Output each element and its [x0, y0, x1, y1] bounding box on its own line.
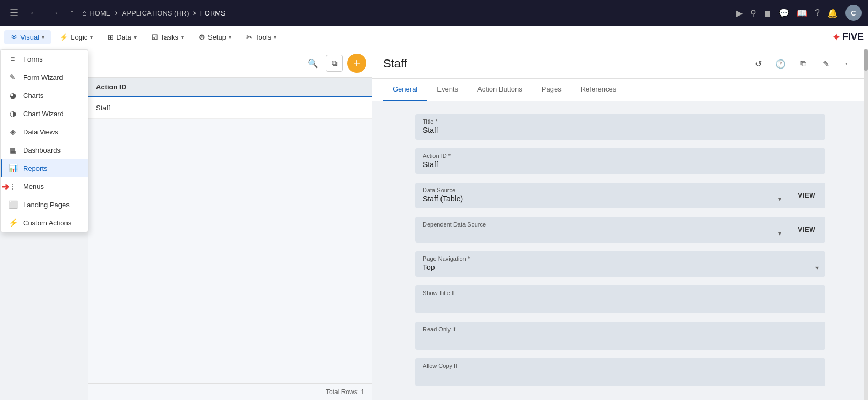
menu-item-custom-actions[interactable]: ⚡ Custom Actions [1, 214, 88, 232]
home-icon[interactable]: ⌂ [82, 9, 86, 17]
show-title-field[interactable]: Show Title If [415, 285, 825, 313]
menu-item-chart-wizard[interactable]: ◑ Chart Wizard [1, 104, 88, 123]
nav-logic[interactable]: ⚡ Logic ▾ [53, 30, 99, 44]
top-bar-right: ▶ ⚲ ◼ 💬 📖 ? 🔔 C [736, 5, 862, 21]
stop-icon[interactable]: ◼ [764, 8, 771, 18]
chevron-down-icon: ▾ [42, 34, 44, 40]
scroll-thumb[interactable] [864, 49, 868, 71]
dependent-data-source-row: Dependent Data Source ▾ VIEW [415, 217, 825, 243]
tab-general[interactable]: General [383, 79, 427, 101]
allow-copy-field[interactable]: Allow Copy If [415, 358, 825, 386]
read-only-label: Read Only If [423, 326, 818, 333]
data-source-view-button[interactable]: VIEW [788, 183, 825, 208]
list-toolbar: 🔍 ⧉ + [88, 49, 372, 78]
bell-icon[interactable]: 🔔 [827, 8, 838, 18]
custom-actions-icon: ⚡ [8, 218, 18, 227]
tab-references-label: References [581, 85, 616, 93]
data-source-field[interactable]: Data Source Staff (Table) ▾ [415, 183, 788, 208]
tab-pages[interactable]: Pages [532, 79, 571, 101]
menu-item-chart-wizard-label: Chart Wizard [23, 110, 64, 118]
logic-icon: ⚡ [59, 33, 68, 41]
detail-actions: ↺ 🕐 ⧉ ✎ ← [749, 55, 857, 73]
dashboards-icon: ▦ [8, 146, 18, 154]
chat-icon[interactable]: 💬 [779, 8, 789, 18]
list-item-value: Staff [96, 104, 110, 112]
nav-data[interactable]: ⊞ Data ▾ [101, 30, 143, 44]
history-button[interactable]: 🕐 [772, 55, 790, 73]
menu-item-reports[interactable]: 📊 Reports [1, 159, 88, 177]
close-detail-button[interactable]: ← [839, 55, 857, 73]
nav-visual[interactable]: 👁 Visual ▾ [4, 30, 51, 44]
data-source-dropdown-arrow: ▾ [778, 195, 781, 203]
avatar[interactable]: C [845, 5, 862, 21]
menu-item-dashboards[interactable]: ▦ Dashboards [1, 141, 88, 159]
page-navigation-dropdown-arrow: ▾ [815, 264, 819, 271]
help-icon[interactable]: ? [815, 8, 820, 18]
scroll-track[interactable] [864, 49, 868, 400]
menu-item-data-views[interactable]: ◈ Data Views [1, 123, 88, 141]
play-icon[interactable]: ▶ [736, 8, 743, 18]
menu-item-custom-actions-label: Custom Actions [23, 219, 71, 227]
menu-item-data-views-label: Data Views [23, 128, 58, 136]
nav-logic-label: Logic [71, 33, 87, 41]
search-icon[interactable]: ⚲ [750, 8, 757, 18]
books-icon[interactable]: 📖 [797, 8, 807, 18]
page-navigation-field[interactable]: Page Navigation * Top ▾ [415, 251, 825, 277]
up-button[interactable]: ↑ [66, 5, 78, 21]
tab-action-buttons[interactable]: Action Buttons [468, 79, 532, 101]
nav-tasks[interactable]: ☑ Tasks ▾ [145, 30, 190, 44]
landing-pages-icon: ⬜ [8, 200, 18, 209]
action-id-field[interactable]: Action ID * Staff [415, 148, 825, 174]
edit-button[interactable]: ✎ [817, 55, 835, 73]
list-item[interactable]: Staff [88, 97, 372, 119]
five-logo: ✦FIVE [832, 32, 864, 43]
title-field[interactable]: Title * Staff [415, 114, 825, 140]
duplicate-button[interactable]: ⧉ [794, 55, 812, 73]
chevron-down-icon-3: ▾ [134, 34, 137, 40]
menu-item-reports-label: Reports [23, 164, 48, 172]
nav-setup-label: Setup [208, 33, 226, 41]
gear-icon: ⚙ [199, 33, 205, 41]
forward-button[interactable]: → [46, 5, 62, 21]
right-panel: Staff ↺ 🕐 ⧉ ✎ ← General Events Action Bu… [372, 49, 868, 400]
menu-item-charts-label: Charts [23, 92, 43, 100]
menu-item-landing-pages[interactable]: ⬜ Landing Pages [1, 195, 88, 214]
total-rows: Total Rows: 1 [326, 388, 364, 396]
menu-item-forms[interactable]: ≡ Forms [1, 50, 88, 68]
menu-item-menus[interactable]: ⋮ Menus [1, 177, 88, 195]
form-wizard-icon: ✎ [8, 73, 18, 81]
logo-text: FIVE [842, 32, 864, 43]
nav-setup[interactable]: ⚙ Setup ▾ [192, 30, 238, 44]
read-only-field[interactable]: Read Only If [415, 322, 825, 350]
menu-item-dashboards-label: Dashboards [23, 146, 61, 154]
data-source-label: Data Source [423, 187, 780, 193]
allow-copy-value [423, 370, 818, 381]
menu-item-form-wizard[interactable]: ✎ Form Wizard [1, 68, 88, 86]
nav-data-label: Data [116, 33, 131, 41]
copy-record-button[interactable]: ⧉ [326, 55, 343, 72]
top-bar: ☰ ← → ↑ ⌂ HOME › APPLICATIONS (HR) › FOR… [0, 0, 868, 26]
form-content: Title * Staff Action ID * Staff Data Sou… [372, 101, 868, 400]
breadcrumb-app[interactable]: APPLICATIONS (HR) [122, 9, 189, 17]
tab-references[interactable]: References [571, 79, 626, 101]
eye-icon: 👁 [11, 33, 18, 41]
tab-events[interactable]: Events [427, 79, 468, 101]
breadcrumb-home[interactable]: HOME [89, 9, 110, 17]
back-button[interactable]: ← [26, 5, 42, 21]
tools-icon: ✂ [246, 33, 252, 41]
menu-item-charts[interactable]: ◕ Charts [1, 86, 88, 104]
list-column-header: Action ID [88, 78, 372, 97]
menu-icon[interactable]: ☰ [6, 5, 21, 21]
chevron-down-icon-6: ▾ [274, 34, 276, 40]
detail-header: Staff ↺ 🕐 ⧉ ✎ ← [372, 49, 868, 79]
action-id-column: Action ID [96, 83, 126, 91]
add-record-button[interactable]: + [347, 54, 366, 73]
dependent-data-source-field[interactable]: Dependent Data Source ▾ [415, 217, 788, 243]
nav-tools[interactable]: ✂ Tools ▾ [240, 30, 283, 44]
charts-icon: ◕ [8, 91, 18, 100]
navigate-back-button[interactable]: ↺ [749, 55, 767, 73]
breadcrumb-current[interactable]: FORMS [200, 9, 226, 17]
search-button[interactable]: 🔍 [304, 55, 321, 72]
dependent-data-source-label: Dependent Data Source [423, 221, 780, 228]
dependent-data-source-view-button[interactable]: VIEW [788, 217, 825, 243]
